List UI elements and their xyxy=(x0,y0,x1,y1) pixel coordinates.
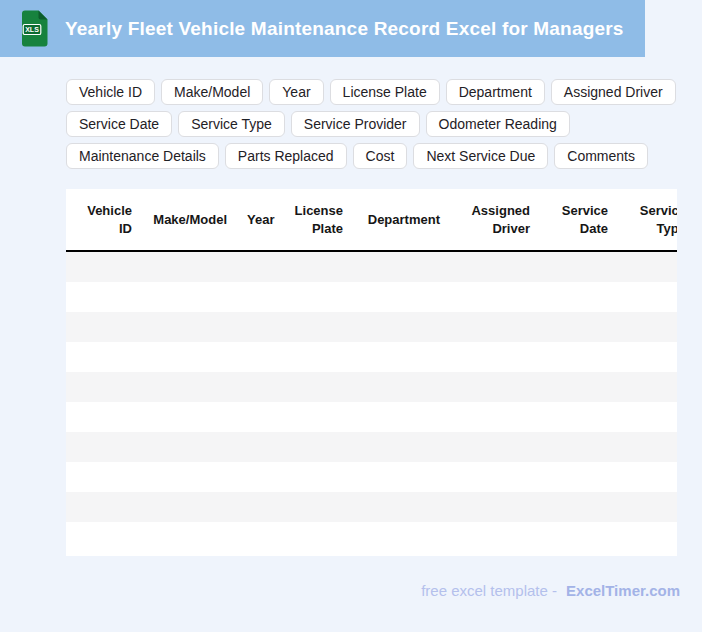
chip-odometer-reading[interactable]: Odometer Reading xyxy=(426,111,570,137)
col-header-make-model: Make/Model xyxy=(142,189,237,251)
chip-maintenance-details[interactable]: Maintenance Details xyxy=(66,143,219,169)
table-row xyxy=(66,492,677,522)
col-header-year: Year xyxy=(237,189,278,251)
table-header-row: Vehicle ID Make/Model Year License Plate… xyxy=(66,189,677,251)
table-row xyxy=(66,312,677,342)
col-header-assigned-driver: Assigned Driver xyxy=(450,189,540,251)
table-header: Vehicle ID Make/Model Year License Plate… xyxy=(66,189,677,252)
chip-make-model[interactable]: Make/Model xyxy=(161,79,263,105)
table-row xyxy=(66,462,677,492)
table-row xyxy=(66,282,677,312)
chip-parts-replaced[interactable]: Parts Replaced xyxy=(225,143,347,169)
table-row xyxy=(66,522,677,552)
xls-icon-label: XLS xyxy=(25,26,39,33)
chip-next-service-due[interactable]: Next Service Due xyxy=(413,143,548,169)
xls-file-icon: XLS xyxy=(21,10,48,47)
chip-service-date[interactable]: Service Date xyxy=(66,111,172,137)
field-chip-list: Vehicle ID Make/Model Year License Plate… xyxy=(66,79,678,169)
col-header-department: Department xyxy=(353,189,450,251)
chip-assigned-driver[interactable]: Assigned Driver xyxy=(551,79,676,105)
title-bar: XLS Yearly Fleet Vehicle Maintenance Rec… xyxy=(0,0,645,57)
table-row xyxy=(66,342,677,372)
col-header-vehicle-id: Vehicle ID xyxy=(66,189,142,251)
col-header-service-date: Service Date xyxy=(540,189,618,251)
chip-service-provider[interactable]: Service Provider xyxy=(291,111,420,137)
chip-year[interactable]: Year xyxy=(269,79,323,105)
chip-comments[interactable]: Comments xyxy=(554,143,648,169)
footer-tagline: free excel template - xyxy=(421,582,557,599)
maintenance-record-table: Vehicle ID Make/Model Year License Plate… xyxy=(66,189,677,556)
chip-license-plate[interactable]: License Plate xyxy=(330,79,440,105)
page: { "colors": { "topbar": "#8FBCE7", "page… xyxy=(0,0,702,632)
table-body xyxy=(66,252,677,552)
table-row xyxy=(66,372,677,402)
col-header-service-type: Service Type xyxy=(618,189,677,251)
footer-brand-link[interactable]: ExcelTimer.com xyxy=(566,582,680,599)
chip-cost[interactable]: Cost xyxy=(353,143,408,169)
table-row xyxy=(66,432,677,462)
table-row xyxy=(66,252,677,282)
chip-department[interactable]: Department xyxy=(446,79,545,105)
footer: free excel template -ExcelTimer.com xyxy=(421,582,680,599)
page-title: Yearly Fleet Vehicle Maintenance Record … xyxy=(65,18,624,40)
table-row xyxy=(66,402,677,432)
chip-service-type[interactable]: Service Type xyxy=(178,111,285,137)
col-header-license-plate: License Plate xyxy=(278,189,353,251)
chip-vehicle-id[interactable]: Vehicle ID xyxy=(66,79,155,105)
